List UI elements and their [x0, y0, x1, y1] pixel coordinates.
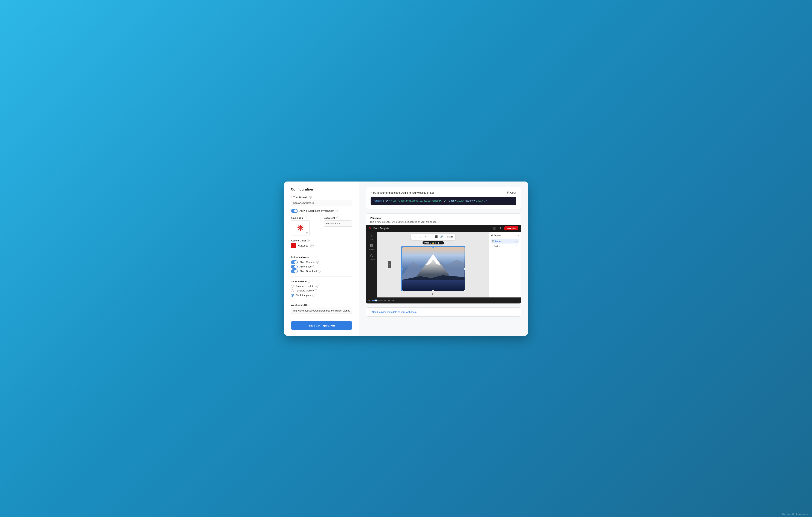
layer-item-left-image-1: 🖼 image-1	[492, 240, 503, 242]
zoom-handle[interactable]	[375, 299, 377, 302]
handle-tl[interactable]	[401, 246, 403, 248]
editor-save-button[interactable]: Save ⌘+S	[504, 226, 518, 231]
logo-link-info-icon[interactable]: i	[337, 217, 339, 219]
color-reset-icon[interactable]: ↺	[310, 244, 314, 247]
undo-icon[interactable]: ↩	[388, 299, 390, 302]
color-swatch[interactable]	[291, 243, 296, 248]
accent-info-icon[interactable]: i	[307, 239, 310, 242]
logo-delete-icon[interactable]: 🗑	[306, 232, 309, 235]
layers-title: ⊕ Layers	[491, 234, 501, 237]
account-templates-info-icon[interactable]: i	[316, 285, 319, 287]
blank-template-info-icon[interactable]: i	[313, 294, 315, 297]
launch-mode-info-icon[interactable]: i	[308, 280, 310, 283]
handle-br[interactable]	[464, 290, 465, 291]
layers-collapse-icon[interactable]: ∧	[517, 234, 519, 237]
code-tag-open: <embed	[374, 200, 383, 202]
images-tool-icon: 🖼	[370, 244, 373, 248]
layer-image-1-more[interactable]: •••	[515, 240, 518, 243]
allow-save-toggle[interactable]	[291, 265, 298, 269]
layers-icon: ⊕	[491, 234, 493, 237]
image-replace-icon[interactable]: ⬛	[434, 235, 438, 239]
preview-header: Preview This is how the Editor will look…	[366, 214, 521, 225]
radio-btn-blank-template[interactable]	[291, 294, 294, 297]
dev-env-row: Allow development environment i	[291, 209, 352, 213]
radio-account-templates[interactable]: Account templates i	[291, 285, 352, 288]
layer-item-text-1[interactable]: T text-1 •••	[491, 244, 519, 248]
editor-monitor-icon[interactable]: ⬛	[492, 226, 496, 231]
sidebar-tool-images[interactable]: 🖼 Images	[369, 244, 375, 250]
webhook-url-label: Webhook URL i	[291, 304, 352, 306]
save-configuration-button[interactable]: Save Configuration	[291, 321, 352, 330]
editor-topbar: ❋ Demo Template ⬛ ⬇ Save ⌘+S	[366, 225, 521, 232]
flip-icon[interactable]: ↕	[429, 235, 433, 239]
logo-info-icon[interactable]: i	[304, 217, 307, 219]
editor-collapse-button[interactable]: ›	[388, 261, 391, 268]
link-icon[interactable]: 🔗	[439, 235, 443, 239]
zoom-in-icon[interactable]: ⊕	[384, 299, 386, 302]
shapes-tool-icon: ⬡	[370, 254, 373, 258]
layer-item-left-text-1: T text-1	[492, 245, 499, 247]
zoom-out-icon[interactable]: ⊖	[368, 299, 371, 302]
sidebar-tool-text[interactable]: T Text	[370, 234, 373, 241]
handle-tr[interactable]	[464, 246, 465, 248]
layer-image-1-name: image-1	[495, 240, 503, 242]
template-gallery-info-icon[interactable]: i	[315, 290, 317, 292]
image-label-text: image-1	[424, 242, 431, 244]
handle-mr[interactable]	[464, 268, 465, 270]
logo-label: Your Logo i	[291, 217, 319, 219]
image-label-row: image-1 🔒 ⎘ 🗑 •••	[401, 241, 465, 245]
code-attr-height: height=	[464, 200, 475, 202]
sidebar-tool-shapes[interactable]: ⬡ Shapes	[369, 254, 375, 260]
dev-env-label: Allow development environment i	[299, 209, 338, 212]
handle-mt[interactable]	[432, 246, 434, 248]
canvas-image[interactable]	[401, 246, 465, 291]
webhook-chevron-icon: ›	[370, 311, 371, 313]
zoom-bar[interactable]	[372, 300, 383, 301]
zoom-control: ⊖ ⊕	[368, 299, 386, 302]
allow-save-info-icon[interactable]: i	[313, 266, 315, 268]
preview-box: Preview This is how the Editor will look…	[366, 213, 521, 304]
webhook-toggle-text[interactable]: Need to pass metadata to your webhook?	[372, 311, 417, 313]
position-btn[interactable]: Position	[446, 236, 453, 238]
allow-rename-info-icon[interactable]: i	[316, 261, 319, 264]
layer-image-icon: 🖼	[492, 240, 494, 242]
canvas-rotate-handle[interactable]: ↻	[432, 293, 434, 296]
copy-button[interactable]: ⎘ Copy	[507, 191, 516, 194]
domain-input[interactable]	[291, 200, 352, 206]
rotate-icon[interactable]: ↻	[424, 235, 428, 239]
editor-download-icon[interactable]: ⬇	[498, 226, 502, 231]
redo-icon[interactable]: ↪	[392, 299, 395, 302]
logo-link-section: Logo Link i	[324, 217, 352, 236]
handle-mb[interactable]	[432, 290, 434, 291]
dev-env-toggle[interactable]	[291, 209, 298, 213]
radio-template-gallery[interactable]: Template Gallery i	[291, 289, 352, 292]
divider-3	[291, 300, 352, 300]
divider-2	[291, 276, 352, 277]
select-rect-icon[interactable]: ⬚	[413, 235, 417, 239]
allow-rename-toggle[interactable]	[291, 261, 298, 264]
logo-image: ❋	[297, 223, 303, 233]
webhook-toggle-row[interactable]: › Need to pass metadata to your webhook?	[370, 311, 517, 313]
dev-env-info-icon[interactable]: i	[335, 210, 338, 212]
handle-bl[interactable]	[401, 290, 403, 291]
images-tool-label: Images	[369, 248, 375, 250]
radio-label-template-gallery: Template Gallery i	[295, 289, 317, 292]
layer-item-image-1[interactable]: 🖼 image-1 •••	[491, 239, 519, 244]
radio-label-account-templates: Account templates i	[295, 285, 319, 287]
webhook-info-icon[interactable]: i	[309, 304, 311, 306]
image-label-lock: 🔒	[432, 242, 434, 244]
radio-btn-template-gallery[interactable]	[291, 289, 294, 292]
allow-download-info-icon[interactable]: i	[318, 270, 321, 273]
round-corner-icon[interactable]: ◟	[418, 235, 423, 239]
webhook-input[interactable]	[291, 308, 352, 314]
layer-text-icon: T	[492, 245, 494, 247]
layer-text-1-more[interactable]: •••	[515, 244, 518, 247]
radio-blank-template[interactable]: Blank template i	[291, 294, 352, 297]
editor-body: T Text 🖼 Images ⬡ Shapes	[366, 232, 521, 298]
domain-info-icon[interactable]: i	[309, 196, 312, 199]
canvas-image-container: image-1 🔒 ⎘ 🗑 •••	[401, 241, 465, 292]
allow-download-toggle[interactable]	[291, 269, 298, 273]
handle-ml[interactable]	[401, 268, 403, 270]
logo-link-input[interactable]	[324, 220, 352, 227]
radio-btn-account-templates[interactable]	[291, 285, 294, 288]
